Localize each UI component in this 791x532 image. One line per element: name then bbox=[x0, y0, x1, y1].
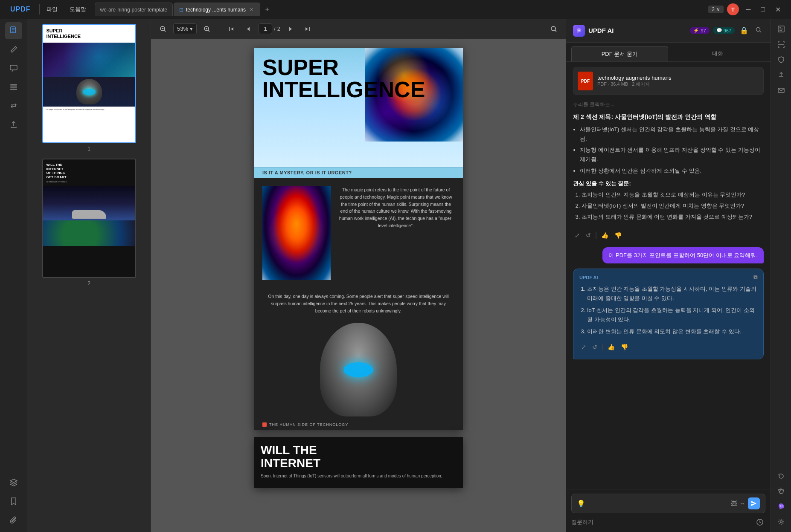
ai-point-2: IoT 센서는 인간의 감각을 초월하는 능력을 지니게 되어, 인간이 소외될… bbox=[587, 306, 757, 324]
resp-expand-btn-2[interactable]: ⤢ bbox=[579, 342, 588, 352]
zoom-out-btn[interactable] bbox=[156, 22, 170, 36]
ai-tools-btn[interactable] bbox=[754, 517, 765, 528]
ai-response-bubble: UPDF AI ⧉ 초지능은 인간 지능을 초월할 가능성을 시사하며, 이는 … bbox=[573, 269, 764, 359]
tab-hiring[interactable]: we-are-hiring-poster-template bbox=[95, 3, 173, 16]
ai-logo bbox=[573, 25, 585, 37]
resp-dislike-btn-2[interactable]: 👎 bbox=[619, 342, 630, 352]
svg-point-10 bbox=[756, 27, 760, 31]
thumb1-nebula-image bbox=[43, 43, 135, 77]
menu-file[interactable]: 파일 bbox=[41, 4, 63, 15]
ai-search-btn[interactable] bbox=[753, 25, 764, 37]
page-sep: / bbox=[274, 26, 276, 32]
right-icon-undo[interactable] bbox=[774, 469, 788, 483]
ai-input-actions: 🖼 ↔ bbox=[731, 497, 760, 509]
ai-attach-icon[interactable]: 🖼 bbox=[731, 500, 737, 507]
page1-side-nebula bbox=[262, 186, 331, 280]
search-toolbar-btn[interactable] bbox=[547, 22, 561, 36]
nav-prev-btn[interactable] bbox=[241, 22, 255, 36]
ai-tab-ask-pdf[interactable]: PDF 문서 묻기 bbox=[571, 46, 668, 61]
thumb2-plane bbox=[72, 210, 106, 219]
ai-input-box: 💡 🖼 ↔ bbox=[571, 494, 765, 513]
svg-rect-13 bbox=[778, 88, 784, 93]
copy-response-btn[interactable]: ⧉ bbox=[753, 274, 757, 281]
page1-subtitle-bar: IS IT A MYSTERY, OR IS IT URGENT? bbox=[254, 167, 463, 178]
right-icon-ai2[interactable] bbox=[774, 500, 788, 513]
zoom-level: 53% bbox=[177, 26, 188, 32]
page2-title-line2: INTERNET bbox=[261, 457, 320, 470]
nav-next-btn[interactable] bbox=[284, 22, 297, 36]
sidebar-icon-convert[interactable] bbox=[5, 97, 22, 114]
sidebar-icon-edit[interactable] bbox=[5, 41, 22, 58]
ai-stat-purple: ⚡ 97 bbox=[690, 27, 709, 34]
nav-last-btn[interactable] bbox=[301, 22, 314, 36]
thumbnail-box-2: WILL THEINTERNETOF THINGSGET SMART IN IN… bbox=[42, 159, 136, 278]
page2-content: WILL THE INTERNET Soon, Internet of Thin… bbox=[254, 437, 463, 488]
response-actions-1: ⤢ ↺ | 👍 👎 bbox=[573, 228, 764, 242]
maximize-btn[interactable]: □ bbox=[757, 6, 768, 13]
resp-refresh-btn[interactable]: ↺ bbox=[584, 230, 593, 240]
resp-like-btn[interactable]: 👍 bbox=[599, 230, 610, 240]
right-icon-secure[interactable] bbox=[774, 53, 788, 66]
sidebar-icon-comment[interactable] bbox=[5, 60, 22, 77]
questions-list: 초지능이 인간의 지능을 초월할 것으로 예상되는 이유는 무엇인가? 사물인터… bbox=[573, 190, 764, 222]
new-tab-btn[interactable]: + bbox=[261, 3, 273, 15]
ai-title: UPDF AI bbox=[588, 27, 686, 34]
user-avatar[interactable]: T bbox=[727, 3, 739, 15]
ai-label-text: UPDF AI bbox=[579, 275, 598, 280]
thumb-page-num-2: 2 bbox=[87, 280, 90, 286]
resp-refresh-btn-2[interactable]: ↺ bbox=[590, 342, 599, 352]
close-btn[interactable]: ✕ bbox=[772, 6, 784, 14]
page2-title: WILL THE INTERNET bbox=[261, 444, 456, 470]
page2-title-line1: WILL THE bbox=[261, 443, 317, 457]
ai-tab-chat[interactable]: 대화 bbox=[670, 46, 766, 61]
pdf-info-text: technology augments humans PDF · 36.4 MB… bbox=[597, 75, 671, 87]
thumbnail-page-2[interactable]: WILL THEINTERNETOF THINGSGET SMART IN IN… bbox=[32, 159, 145, 286]
zoom-in-btn[interactable] bbox=[200, 22, 214, 36]
ai-lock-btn[interactable]: 🔒 bbox=[738, 25, 750, 36]
user-message-bubble: 이 PDF를 3가지 포인트를 포함하여 50단어 이내로 요약해줘. bbox=[602, 247, 764, 263]
sidebar-icon-bookmark[interactable] bbox=[5, 493, 22, 510]
svg-point-9 bbox=[579, 30, 580, 31]
sidebar-icon-layers[interactable] bbox=[5, 474, 22, 491]
svg-rect-3 bbox=[10, 87, 17, 88]
page1-body-section: The magic point refers to the time point… bbox=[254, 178, 463, 289]
ai-content-area: PDF technology augments humans PDF · 36.… bbox=[566, 62, 771, 489]
ai-response-list: 초지능은 인간 지능을 초월할 가능성을 시사하며, 이는 인류와 기술의 미래… bbox=[579, 284, 757, 336]
tab-close-btn[interactable]: ✕ bbox=[248, 6, 255, 13]
svg-rect-1 bbox=[10, 65, 17, 70]
tab-technology[interactable]: ⊡ technology ...ents humans ✕ bbox=[174, 3, 260, 16]
resp-dislike-btn[interactable]: 👎 bbox=[613, 230, 623, 240]
right-icon-settings[interactable] bbox=[774, 515, 788, 529]
menu-help[interactable]: 도움말 bbox=[64, 4, 91, 15]
right-icon-scan[interactable] bbox=[774, 38, 788, 51]
ai-intro-text: 누리를 클릭하는... bbox=[573, 100, 764, 109]
ai-input-placeholder-text: 질문하기 bbox=[571, 518, 593, 526]
pdf-meta: PDF · 36.4 MB · 2 페이지 bbox=[597, 81, 671, 87]
page-input[interactable] bbox=[259, 23, 272, 34]
zoom-display[interactable]: 53% ▾ bbox=[173, 23, 197, 34]
tag-text: THE HUMAN SIDE OF TECHNOLOGY bbox=[269, 422, 348, 427]
ai-point-1: 초지능은 인간 지능을 초월할 가능성을 시사하며, 이는 인류와 기술의 미래… bbox=[587, 284, 757, 303]
resp-expand-btn[interactable]: ⤢ bbox=[573, 230, 582, 240]
right-icon-ocr[interactable] bbox=[774, 22, 788, 36]
right-icon-redo[interactable] bbox=[774, 484, 788, 498]
ai-header-icons: ⚡ 97 💬 967 🔒 bbox=[690, 25, 764, 37]
nav-first-btn[interactable] bbox=[224, 22, 238, 36]
sidebar-icon-document[interactable] bbox=[5, 22, 22, 39]
page1-super-text: SUPERINTELLIGENCE bbox=[254, 48, 463, 101]
ai-text-input[interactable] bbox=[589, 500, 727, 507]
ai-panel: UPDF AI ⚡ 97 💬 967 🔒 PDF 문서 묻기 bbox=[566, 19, 771, 532]
right-icon-upload[interactable] bbox=[774, 68, 788, 82]
sidebar-icon-organize[interactable] bbox=[5, 78, 22, 95]
resp-like-btn-2[interactable]: 👍 bbox=[606, 342, 617, 352]
ai-header: UPDF AI ⚡ 97 💬 967 🔒 bbox=[566, 19, 771, 43]
right-icon-mail[interactable] bbox=[774, 84, 788, 97]
sidebar-icon-export[interactable] bbox=[5, 116, 22, 133]
ai-toolbar-icons: 질문하기 bbox=[571, 513, 765, 528]
ai-send-btn[interactable] bbox=[748, 497, 760, 509]
thumbnail-page-1[interactable]: SUPERINTELLIGENCE The magic point refers… bbox=[32, 24, 145, 152]
minimize-btn[interactable]: ─ bbox=[742, 6, 754, 13]
sidebar-right bbox=[771, 19, 791, 532]
ai-expand-icon[interactable]: ↔ bbox=[739, 500, 745, 507]
sidebar-icon-attachment[interactable] bbox=[5, 512, 22, 529]
